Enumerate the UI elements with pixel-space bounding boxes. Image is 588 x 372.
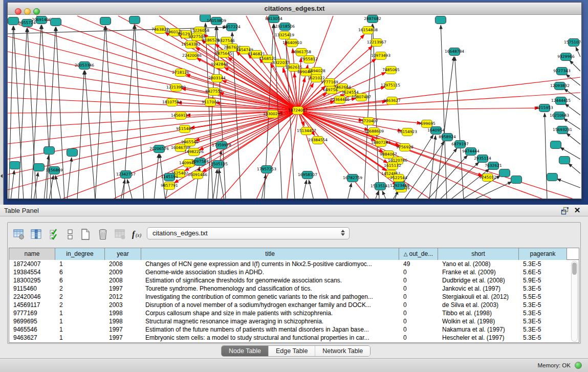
column-header-short[interactable]: short (438, 248, 519, 260)
network-graph-canvas[interactable]: 1872400774638228960128891297415226058932… (8, 15, 581, 199)
tab-node-table[interactable]: Node Table (222, 346, 269, 357)
cell-in_degree[interactable]: 6 (55, 268, 105, 276)
table-panel-titlebar[interactable]: Table Panel ✕ (0, 205, 588, 216)
cell-in_degree[interactable]: 6 (55, 276, 105, 285)
cell-out_de[interactable]: 0 (399, 293, 438, 301)
cell-year[interactable]: 1998 (105, 317, 141, 325)
table-row[interactable]: 977716911998Corpus callosum shape and si… (9, 309, 579, 317)
cell-short[interactable]: Franke et al. (2009) (438, 268, 519, 276)
column-header-title[interactable]: title (141, 248, 399, 260)
cell-year[interactable]: 2008 (105, 260, 141, 268)
graph-node-teal[interactable]: 17957253 (257, 166, 276, 173)
graph-node-teal[interactable] (8, 17, 19, 25)
graph-node-teal[interactable] (551, 141, 561, 149)
graph-node-yellow[interactable]: 20364486 (330, 96, 350, 104)
table-row[interactable]: 946362711997Embryonic stem cells: a mode… (9, 334, 579, 342)
cell-name[interactable]: 19384554 (9, 268, 55, 276)
graph-node-yellow[interactable]: 9857791 (161, 182, 178, 190)
tab-edge-table[interactable]: Edge Table (269, 346, 315, 357)
new-file-icon[interactable] (78, 227, 93, 243)
graph-node-teal[interactable]: 19218506 (275, 23, 295, 31)
table-row[interactable]: 969969511998Structural magnetic resonanc… (9, 317, 579, 325)
graph-node-teal[interactable]: 16210643 (550, 112, 569, 120)
select-columns-icon[interactable] (29, 227, 43, 243)
cell-pagerank[interactable]: 5.6E-5 (519, 268, 567, 276)
graph-node-teal[interactable] (67, 149, 78, 157)
table-row[interactable]: 1938455462009Genome-wide association stu… (9, 268, 579, 276)
cell-in_degree[interactable]: 1 (55, 334, 105, 342)
cell-name[interactable]: 9699695 (9, 317, 55, 325)
cell-year[interactable]: 1997 (105, 334, 141, 342)
table-select-dropdown[interactable]: citations_edges.txt (147, 227, 350, 239)
graph-node-teal[interactable] (129, 16, 140, 24)
table-row[interactable]: 911546021997Tourette syndrome. Phenomeno… (9, 285, 579, 293)
cell-title[interactable]: Embryonic stem cells: a model to study s… (141, 334, 399, 342)
function-builder-icon[interactable]: f(x) (130, 227, 145, 243)
cell-out_de[interactable]: 0 (399, 334, 438, 342)
graph-node-yellow[interactable]: 16154808 (358, 27, 378, 34)
table-row[interactable]: 946554611997Estimation of the future num… (9, 325, 579, 334)
cell-in_degree[interactable]: 2 (55, 301, 105, 309)
cell-short[interactable]: Yano et al. (2008) (438, 260, 519, 268)
cell-title[interactable]: Tourette syndrome. Phenomenology and cla… (141, 285, 399, 293)
graph-node-teal[interactable] (547, 173, 558, 181)
cell-year[interactable]: 2003 (105, 301, 141, 309)
graph-node-teal[interactable]: 13505135 (208, 161, 228, 168)
graph-node-yellow[interactable]: 16154923 (398, 128, 417, 136)
column-header-in_degree[interactable]: in_degree (55, 248, 105, 260)
cell-year[interactable]: 2009 (105, 268, 141, 276)
graph-node-yellow[interactable]: 15720407 (359, 118, 378, 125)
cell-out_de[interactable]: 49 (399, 260, 438, 268)
graph-node-teal[interactable]: 12444415 (551, 97, 571, 105)
graph-node-teal[interactable] (499, 169, 510, 177)
graph-node-teal[interactable]: 16648784 (445, 48, 464, 56)
graph-node-yellow[interactable]: 9463627 (383, 97, 401, 105)
graph-node-yellow[interactable]: 19384554 (308, 137, 328, 144)
scrollbar-thumb[interactable] (572, 262, 577, 275)
graph-node-teal[interactable]: 15693231 (553, 126, 572, 134)
table-row[interactable]: 1872400712008Changes of HCN gene express… (9, 260, 579, 268)
cell-name[interactable]: 9115460 (9, 285, 55, 293)
graph-node-teal[interactable]: 2887682 (364, 15, 381, 23)
cell-out_de[interactable]: 0 (399, 309, 438, 317)
cell-pagerank[interactable]: 5.3E-5 (519, 317, 567, 325)
graph-node-yellow[interactable]: 7955812 (300, 56, 318, 63)
graph-node-teal[interactable]: 12093832 (550, 82, 570, 90)
column-header-name[interactable]: name (9, 248, 55, 260)
graph-node-teal[interactable] (511, 176, 522, 184)
graph-node-yellow[interactable]: 18300295 (263, 111, 282, 118)
graph-node-yellow[interactable]: 8875645 (215, 50, 232, 58)
cell-out_de[interactable]: 0 (399, 276, 438, 285)
graph-node-teal[interactable]: 1156869 (46, 167, 63, 174)
graph-node-teal[interactable]: 20206576 (149, 145, 169, 153)
cell-title[interactable]: Genome-wide association studies in ADHD. (141, 268, 399, 276)
cell-year[interactable]: 2008 (105, 276, 141, 285)
graph-node-yellow[interactable]: 14982226 (184, 148, 204, 156)
cell-title[interactable]: Estimation of the future numbers of pati… (141, 325, 399, 334)
cell-short[interactable]: Wolkin et al. (1998) (438, 317, 519, 325)
graph-node-teal[interactable] (10, 162, 20, 169)
graph-node-teal[interactable]: 15135141 (371, 183, 390, 190)
graph-node-yellow[interactable]: 9756928 (396, 144, 413, 151)
cell-pagerank[interactable]: 5.3E-5 (519, 325, 567, 334)
cell-pagerank[interactable]: 5.9E-5 (519, 276, 567, 285)
close-panel-icon[interactable]: ✕ (573, 206, 581, 215)
graph-node-teal[interactable]: 17359928 (212, 142, 231, 149)
graph-node-teal[interactable]: 16782759 (343, 174, 362, 182)
cell-in_degree[interactable]: 1 (55, 325, 105, 334)
graph-node-teal[interactable]: 2935114 (474, 155, 491, 163)
graph-node-yellow[interactable]: 16961758 (292, 49, 311, 56)
graph-node-yellow[interactable]: 12975115 (381, 82, 400, 90)
cell-name[interactable]: 18300295 (9, 276, 55, 285)
graph-node-yellow[interactable]: 1615132 (384, 162, 401, 170)
graph-node-yellow[interactable]: 8186528 (202, 37, 220, 45)
graph-node-yellow[interactable]: 10807487 (352, 94, 371, 101)
cell-in_degree[interactable]: 1 (55, 317, 105, 325)
table-row[interactable]: 2242004622012Investigating the contribut… (9, 293, 579, 301)
memory-ok-icon[interactable] (575, 362, 582, 369)
graph-node-teal[interactable]: 1145194 (161, 173, 178, 181)
cell-short[interactable]: Dudbridge et al. (2008) (438, 276, 519, 285)
cell-title[interactable]: Investigating the contribution of common… (141, 293, 399, 301)
cell-out_de[interactable]: 0 (399, 317, 438, 325)
graph-node-teal[interactable] (51, 18, 61, 26)
